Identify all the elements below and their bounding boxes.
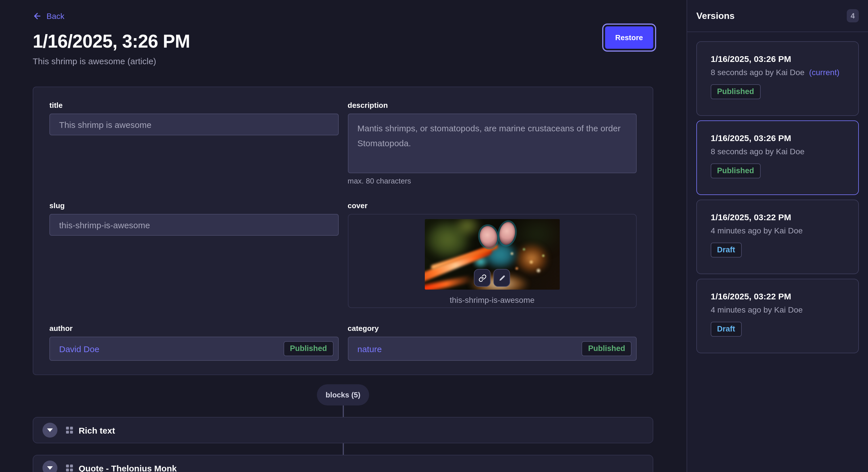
versions-panel-header: Versions 4	[687, 0, 868, 32]
version-status-badge: Published	[711, 164, 761, 178]
copy-link-button[interactable]	[474, 269, 491, 287]
version-badge-row: Draft	[711, 322, 844, 336]
restore-button[interactable]: Restore	[605, 26, 653, 49]
author-link[interactable]: David Doe	[59, 344, 99, 353]
field-author: author David Doe Published	[50, 324, 338, 361]
page-subtitle: This shrimp is awesome (article)	[33, 56, 190, 66]
version-status-badge: Draft	[711, 243, 741, 257]
cover-caption: this-shrimp-is-awesome	[450, 295, 535, 305]
version-meta: 8 seconds ago by Kai Doe	[711, 147, 844, 156]
fields-card: title This shrimp is awesome description…	[33, 87, 653, 375]
version-meta-text: 8 seconds ago by Kai Doe	[711, 68, 805, 77]
version-time: 1/16/2025, 03:26 PM	[711, 133, 844, 143]
slug-input-value: this-shrimp-is-awesome	[59, 220, 150, 230]
category-link[interactable]: nature	[358, 344, 382, 353]
field-label-category: category	[348, 324, 637, 333]
cover-actions	[474, 269, 510, 287]
blocks-section: blocks (5) Rich text Quote - Thelonius M…	[33, 384, 653, 472]
versions-list: 1/16/2025, 03:26 PM 8 seconds ago by Kai…	[687, 32, 868, 363]
chevron-down-icon	[47, 429, 53, 432]
back-arrow-icon	[33, 11, 42, 21]
drag-handle-icon[interactable]	[66, 465, 73, 471]
category-status-badge: Published	[582, 341, 631, 356]
version-time: 1/16/2025, 03:22 PM	[711, 212, 844, 222]
expand-block-button[interactable]	[42, 423, 57, 438]
main-content: Back 1/16/2025, 3:26 PM This shrimp is a…	[0, 0, 687, 472]
field-cover: cover	[348, 201, 637, 308]
version-status-badge: Draft	[711, 322, 741, 336]
description-textarea: Mantis shrimps, or stomatopods, are mari…	[348, 113, 637, 173]
blocks-count-pill: blocks (5)	[317, 384, 369, 405]
field-label-title: title	[50, 101, 338, 109]
version-meta: 4 minutes ago by Kai Doe	[711, 305, 844, 314]
block-accordion-quote[interactable]: Quote - Thelonius Monk	[33, 455, 653, 472]
version-badge-row: Published	[711, 164, 844, 178]
page-header-titles: 1/16/2025, 3:26 PM This shrimp is awesom…	[33, 31, 190, 66]
versions-count-badge: 4	[847, 9, 859, 22]
chevron-down-icon	[47, 466, 53, 470]
connector-line	[342, 405, 344, 417]
slug-input: this-shrimp-is-awesome	[50, 214, 338, 236]
title-input-value: This shrimp is awesome	[59, 120, 152, 129]
version-meta-text: 4 minutes ago by Kai Doe	[711, 226, 803, 235]
author-relation: David Doe Published	[50, 337, 338, 361]
block-accordion-rich-text[interactable]: Rich text	[33, 417, 653, 443]
versions-panel: Versions 4 1/16/2025, 03:26 PM 8 seconds…	[687, 0, 868, 472]
version-status-badge: Published	[711, 84, 761, 99]
version-item-1[interactable]: 1/16/2025, 03:26 PM 8 seconds ago by Kai…	[696, 41, 859, 116]
field-slug: slug this-shrimp-is-awesome	[50, 201, 338, 236]
field-label-slug: slug	[50, 201, 338, 210]
versions-title: Versions	[696, 11, 735, 21]
version-current-tag: (current)	[809, 68, 840, 77]
author-status-badge: Published	[284, 341, 333, 356]
page-title: 1/16/2025, 3:26 PM	[33, 31, 190, 52]
back-link[interactable]: Back	[33, 11, 64, 21]
field-category: category nature Published	[348, 324, 637, 361]
version-meta-text: 4 minutes ago by Kai Doe	[711, 305, 803, 314]
category-relation: nature Published	[348, 337, 637, 361]
version-badge-row: Published	[711, 84, 844, 99]
expand-block-button[interactable]	[42, 461, 57, 472]
version-badge-row: Draft	[711, 243, 844, 257]
back-label: Back	[46, 11, 64, 21]
description-hint: max. 80 characters	[348, 177, 637, 185]
cover-media-card: this-shrimp-is-awesome	[348, 214, 637, 308]
field-description: description Mantis shrimps, or stomatopo…	[348, 101, 637, 185]
title-input: This shrimp is awesome	[50, 113, 338, 135]
description-textarea-value: Mantis shrimps, or stomatopods, are mari…	[358, 123, 621, 148]
version-item-2[interactable]: 1/16/2025, 03:26 PM 8 seconds ago by Kai…	[696, 121, 859, 195]
field-label-author: author	[50, 324, 338, 333]
block-label: Quote - Thelonius Monk	[79, 463, 177, 472]
drag-handle-icon[interactable]	[66, 427, 73, 434]
field-title: title This shrimp is awesome	[50, 101, 338, 135]
page-header: 1/16/2025, 3:26 PM This shrimp is awesom…	[33, 31, 653, 66]
version-history-page: Back 1/16/2025, 3:26 PM This shrimp is a…	[0, 0, 868, 472]
version-meta: 4 minutes ago by Kai Doe	[711, 226, 844, 235]
version-time: 1/16/2025, 03:26 PM	[711, 54, 844, 64]
edit-cover-button[interactable]	[494, 269, 510, 287]
block-label: Rich text	[79, 425, 115, 435]
pencil-icon	[498, 274, 506, 282]
version-meta: 8 seconds ago by Kai Doe (current)	[711, 68, 844, 77]
connector-line	[342, 443, 344, 455]
version-meta-text: 8 seconds ago by Kai Doe	[711, 147, 805, 156]
field-label-cover: cover	[348, 201, 637, 210]
link-icon	[478, 274, 487, 282]
field-label-description: description	[348, 101, 637, 109]
version-time: 1/16/2025, 03:22 PM	[711, 291, 844, 301]
version-item-4[interactable]: 1/16/2025, 03:22 PM 4 minutes ago by Kai…	[696, 279, 859, 353]
version-item-3[interactable]: 1/16/2025, 03:22 PM 4 minutes ago by Kai…	[696, 200, 859, 274]
